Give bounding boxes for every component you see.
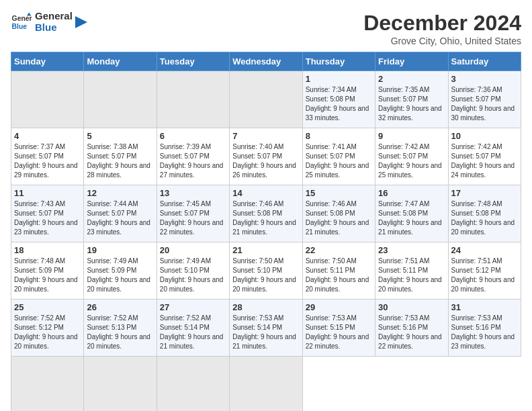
day-info: Sunrise: 7:53 AM Sunset: 5:16 PM Dayligh… [378, 314, 445, 351]
day-number: 9 [378, 131, 445, 141]
day-info: Sunrise: 7:49 AM Sunset: 5:10 PM Dayligh… [160, 257, 226, 294]
day-number: 28 [232, 302, 299, 312]
sunrise-label: Sunrise: 7:46 AM [306, 200, 357, 208]
day-number: 19 [87, 245, 153, 255]
page-header: General Blue General Blue December 2024 … [11, 11, 521, 46]
weekday-header: Thursday [302, 52, 375, 71]
sunset-label: Sunset: 5:08 PM [306, 210, 355, 217]
logo-general: General [35, 11, 73, 22]
sunset-label: Sunset: 5:12 PM [14, 324, 64, 331]
day-info: Sunrise: 7:51 AM Sunset: 5:11 PM Dayligh… [378, 257, 445, 294]
calendar-day-cell [230, 357, 302, 412]
day-info: Sunrise: 7:45 AM Sunset: 5:07 PM Dayligh… [160, 199, 226, 237]
daylight-label: Daylight: 9 hours and 25 minutes. [378, 162, 442, 179]
daylight-label: Daylight: 9 hours and 22 minutes. [306, 333, 369, 350]
day-number: 29 [306, 302, 372, 312]
daylight-label: Daylight: 9 hours and 20 minutes. [378, 276, 442, 293]
day-info: Sunrise: 7:46 AM Sunset: 5:08 PM Dayligh… [232, 199, 299, 237]
day-number: 20 [160, 245, 226, 255]
daylight-label: Daylight: 9 hours and 20 minutes. [451, 276, 515, 293]
day-number: 21 [232, 245, 299, 255]
day-number: 12 [87, 188, 153, 198]
day-number: 16 [378, 188, 445, 198]
calendar-day-cell [157, 71, 229, 128]
day-info: Sunrise: 7:40 AM Sunset: 5:07 PM Dayligh… [232, 142, 299, 180]
calendar-day-cell: 11 Sunrise: 7:43 AM Sunset: 5:07 PM Dayl… [11, 185, 84, 242]
day-info: Sunrise: 7:47 AM Sunset: 5:08 PM Dayligh… [378, 199, 445, 237]
daylight-label: Daylight: 9 hours and 20 minutes. [87, 276, 150, 293]
calendar-day-cell [84, 71, 157, 128]
sunset-label: Sunset: 5:07 PM [232, 152, 282, 160]
calendar-day-cell: 15 Sunrise: 7:46 AM Sunset: 5:08 PM Dayl… [302, 185, 375, 242]
sunrise-label: Sunrise: 7:35 AM [378, 86, 429, 93]
sunrise-label: Sunrise: 7:36 AM [451, 86, 502, 93]
calendar-day-cell: 24 Sunrise: 7:51 AM Sunset: 5:12 PM Dayl… [448, 242, 521, 300]
calendar-week-row [11, 357, 521, 412]
sunset-label: Sunset: 5:07 PM [14, 210, 64, 217]
daylight-label: Daylight: 9 hours and 32 minutes. [378, 105, 442, 122]
sunrise-label: Sunrise: 7:53 AM [232, 314, 283, 322]
day-info: Sunrise: 7:42 AM Sunset: 5:07 PM Dayligh… [378, 142, 445, 180]
sunset-label: Sunset: 5:07 PM [306, 152, 355, 160]
day-info: Sunrise: 7:37 AM Sunset: 5:07 PM Dayligh… [14, 142, 81, 180]
sunset-label: Sunset: 5:10 PM [160, 267, 210, 274]
day-number: 11 [14, 188, 81, 198]
logo: General Blue General Blue [11, 11, 87, 33]
daylight-label: Daylight: 9 hours and 20 minutes. [87, 333, 150, 350]
calendar-day-cell: 23 Sunrise: 7:51 AM Sunset: 5:11 PM Dayl… [375, 242, 448, 300]
daylight-label: Daylight: 9 hours and 23 minutes. [14, 219, 78, 236]
sunset-label: Sunset: 5:07 PM [87, 210, 136, 217]
svg-marker-2 [27, 12, 31, 15]
calendar-day-cell: 7 Sunrise: 7:40 AM Sunset: 5:07 PM Dayli… [230, 128, 302, 185]
svg-text:Blue: Blue [12, 22, 28, 30]
calendar-week-row: 25 Sunrise: 7:52 AM Sunset: 5:12 PM Dayl… [11, 300, 521, 357]
calendar-day-cell [11, 357, 84, 412]
calendar-day-cell: 8 Sunrise: 7:41 AM Sunset: 5:07 PM Dayli… [302, 128, 375, 185]
sunrise-label: Sunrise: 7:48 AM [451, 200, 502, 208]
calendar-day-cell: 22 Sunrise: 7:50 AM Sunset: 5:11 PM Dayl… [302, 242, 375, 300]
weekday-header: Tuesday [157, 52, 229, 71]
day-info: Sunrise: 7:39 AM Sunset: 5:07 PM Dayligh… [160, 142, 226, 180]
sunrise-label: Sunrise: 7:45 AM [160, 200, 211, 208]
day-info: Sunrise: 7:50 AM Sunset: 5:11 PM Dayligh… [306, 257, 372, 294]
daylight-label: Daylight: 9 hours and 24 minutes. [451, 162, 515, 179]
sunset-label: Sunset: 5:07 PM [378, 152, 428, 160]
sunset-label: Sunset: 5:08 PM [232, 210, 282, 217]
calendar-day-cell: 25 Sunrise: 7:52 AM Sunset: 5:12 PM Dayl… [11, 300, 84, 357]
month-title: December 2024 [363, 11, 521, 36]
calendar-day-cell [157, 357, 229, 412]
sunset-label: Sunset: 5:15 PM [306, 324, 355, 331]
day-info: Sunrise: 7:35 AM Sunset: 5:07 PM Dayligh… [378, 85, 445, 123]
weekday-header: Saturday [448, 52, 521, 71]
calendar-day-cell: 14 Sunrise: 7:46 AM Sunset: 5:08 PM Dayl… [230, 185, 302, 242]
day-number: 8 [306, 131, 372, 141]
day-info: Sunrise: 7:41 AM Sunset: 5:07 PM Dayligh… [306, 142, 372, 180]
calendar-day-cell: 2 Sunrise: 7:35 AM Sunset: 5:07 PM Dayli… [375, 71, 448, 128]
sunrise-label: Sunrise: 7:46 AM [232, 200, 283, 208]
daylight-label: Daylight: 9 hours and 20 minutes. [160, 276, 224, 293]
daylight-label: Daylight: 9 hours and 26 minutes. [232, 162, 296, 179]
daylight-label: Daylight: 9 hours and 25 minutes. [306, 162, 369, 179]
location: Grove City, Ohio, United States [363, 36, 521, 46]
svg-text:General: General [12, 15, 32, 22]
sunset-label: Sunset: 5:07 PM [14, 152, 64, 160]
calendar-day-cell: 4 Sunrise: 7:37 AM Sunset: 5:07 PM Dayli… [11, 128, 84, 185]
sunrise-label: Sunrise: 7:40 AM [232, 143, 283, 150]
sunrise-label: Sunrise: 7:42 AM [451, 143, 502, 150]
sunrise-label: Sunrise: 7:49 AM [87, 257, 138, 265]
svg-marker-3 [75, 16, 87, 28]
sunrise-label: Sunrise: 7:50 AM [232, 257, 283, 265]
daylight-label: Daylight: 9 hours and 22 minutes. [378, 333, 442, 350]
daylight-label: Daylight: 9 hours and 27 minutes. [160, 162, 224, 179]
sunset-label: Sunset: 5:16 PM [378, 324, 428, 331]
sunrise-label: Sunrise: 7:34 AM [306, 86, 357, 93]
daylight-label: Daylight: 9 hours and 29 minutes. [14, 162, 78, 179]
calendar-day-cell: 3 Sunrise: 7:36 AM Sunset: 5:07 PM Dayli… [448, 71, 521, 128]
sunrise-label: Sunrise: 7:41 AM [306, 143, 357, 150]
day-number: 18 [14, 245, 81, 255]
day-number: 31 [451, 302, 518, 312]
day-number: 27 [160, 302, 226, 312]
calendar-table: SundayMondayTuesdayWednesdayThursdayFrid… [11, 52, 521, 411]
sunset-label: Sunset: 5:07 PM [160, 210, 210, 217]
title-block: December 2024 Grove City, Ohio, United S… [363, 11, 521, 46]
